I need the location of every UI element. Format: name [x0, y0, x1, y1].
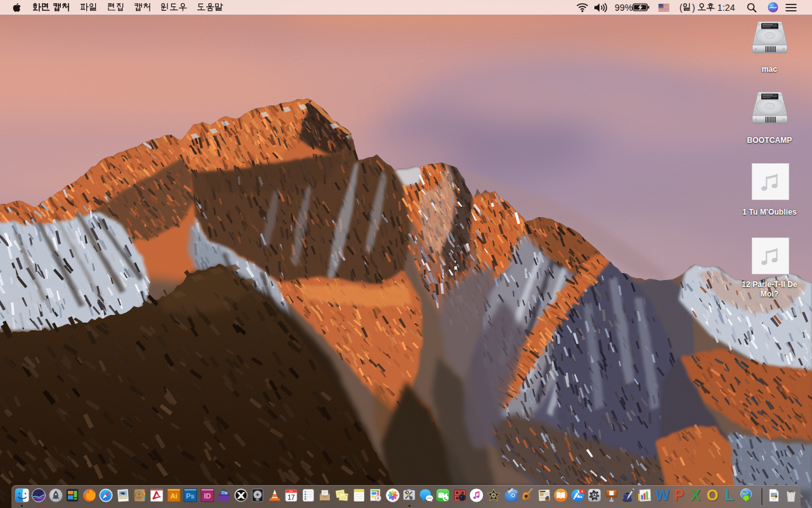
svg-text:Ai: Ai: [170, 492, 177, 500]
svg-text:Plan: Plan: [345, 494, 349, 497]
svg-text:Ps: Ps: [186, 492, 194, 500]
svg-text:17: 17: [287, 493, 295, 501]
svg-text:6월: 6월: [290, 490, 293, 493]
svg-text:ID: ID: [204, 492, 211, 500]
